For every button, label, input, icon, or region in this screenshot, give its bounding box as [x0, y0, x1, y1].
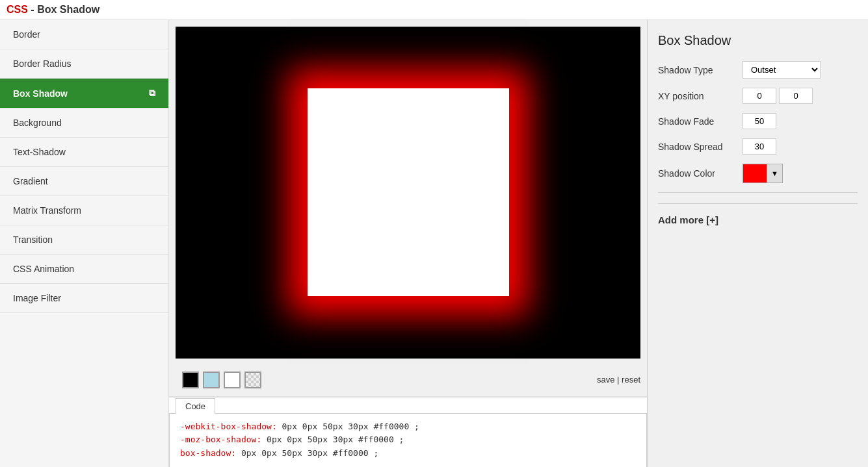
reset-link[interactable]: reset — [622, 375, 640, 385]
sidebar-item-label: Border — [13, 29, 40, 40]
xy-y-input[interactable] — [779, 88, 813, 104]
shadow-spread-control — [743, 138, 776, 155]
sidebar-item-matrix-transform[interactable]: Matrix Transform — [0, 196, 168, 225]
xy-position-row: XY position — [658, 88, 858, 104]
right-panel: Box Shadow Shadow Type Outset Inset XY p… — [647, 20, 868, 467]
code-val-1: 0px 0px 50px 30px #ff0000 ; — [282, 422, 419, 431]
code-line-2: -moz-box-shadow: 0px 0px 50px 30px #ff00… — [180, 433, 636, 447]
sidebar-item-border[interactable]: Border — [0, 20, 168, 49]
code-content: -webkit-box-shadow: 0px 0px 50px 30px #f… — [169, 413, 647, 467]
panel-divider — [658, 192, 858, 193]
code-line-3: box-shadow: 0px 0px 50px 30px #ff0000 ; — [180, 447, 636, 461]
toolbar-row: save | reset — [169, 365, 647, 396]
preview-container — [176, 27, 640, 359]
sidebar-item-box-shadow[interactable]: Box Shadow ⧉ — [0, 79, 168, 108]
main-layout: Border Border Radius Box Shadow ⧉ Backgr… — [0, 20, 868, 467]
code-tab-label[interactable]: Code — [169, 398, 647, 413]
shadow-spread-input[interactable] — [743, 138, 776, 155]
save-reset: save | reset — [597, 375, 640, 385]
save-link[interactable]: save — [597, 375, 614, 385]
bg-swatch-black[interactable] — [182, 372, 199, 388]
xy-x-input[interactable] — [743, 88, 776, 104]
shadow-type-label: Shadow Type — [658, 65, 743, 75]
sidebar-item-label: Background — [13, 118, 62, 128]
code-prop-2: -moz-box-shadow: — [180, 435, 261, 444]
xy-position-label: XY position — [658, 91, 743, 101]
code-tab: Code — [176, 398, 215, 414]
sidebar-item-label: Matrix Transform — [13, 205, 81, 216]
preview-box — [308, 88, 509, 296]
sidebar-item-label: Border Radius — [13, 58, 72, 69]
shadow-color-row: Shadow Color ▼ — [658, 164, 858, 183]
code-line-1: -webkit-box-shadow: 0px 0px 50px 30px #f… — [180, 420, 636, 434]
bg-selector — [176, 368, 268, 392]
header-css: CSS — [7, 4, 28, 15]
sidebar-item-gradient[interactable]: Gradient — [0, 167, 168, 196]
code-prop-3: box-shadow: — [180, 448, 236, 458]
shadow-fade-label: Shadow Fade — [658, 116, 743, 127]
bg-swatch-lightblue[interactable] — [203, 372, 220, 388]
sidebar-item-css-animation[interactable]: CSS Animation — [0, 255, 168, 284]
shadow-spread-label: Shadow Spread — [658, 142, 743, 152]
code-section: Code -webkit-box-shadow: 0px 0px 50px 30… — [169, 396, 647, 467]
shadow-fade-control — [743, 113, 776, 129]
sidebar-item-border-radius[interactable]: Border Radius — [0, 49, 168, 79]
shadow-color-label: Shadow Color — [658, 168, 743, 179]
sidebar: Border Border Radius Box Shadow ⧉ Backgr… — [0, 20, 169, 467]
copy-icon[interactable]: ⧉ — [149, 88, 155, 99]
right-panel-title: Box Shadow — [658, 33, 858, 48]
sidebar-item-label: Image Filter — [13, 293, 61, 303]
sidebar-item-label: Box Shadow — [13, 88, 68, 99]
sidebar-item-label: Transition — [13, 234, 53, 245]
xy-position-control — [743, 88, 813, 104]
bg-swatch-checker[interactable] — [244, 372, 261, 388]
sidebar-item-label: CSS Animation — [13, 264, 74, 274]
shadow-spread-row: Shadow Spread — [658, 138, 858, 155]
header-title: - Box Shadow — [28, 4, 99, 15]
add-more-button[interactable]: Add more [+] — [658, 203, 858, 225]
shadow-fade-input[interactable] — [743, 113, 776, 129]
shadow-type-row: Shadow Type Outset Inset — [658, 61, 858, 79]
shadow-type-select[interactable]: Outset Inset — [743, 61, 821, 79]
color-swatch-wrapper[interactable]: ▼ — [743, 164, 783, 183]
sidebar-item-transition[interactable]: Transition — [0, 225, 168, 255]
sidebar-item-label: Text-Shadow — [13, 147, 66, 157]
shadow-fade-row: Shadow Fade — [658, 113, 858, 129]
code-prop-1: -webkit-box-shadow: — [180, 422, 277, 431]
sidebar-item-image-filter[interactable]: Image Filter — [0, 284, 168, 313]
center-area: save | reset Code -webkit-box-shadow: 0p… — [169, 20, 647, 467]
page-header: CSS - Box Shadow — [0, 0, 868, 20]
color-swatch-red — [743, 164, 767, 183]
sidebar-item-text-shadow[interactable]: Text-Shadow — [0, 138, 168, 167]
bg-swatch-white[interactable] — [224, 372, 241, 388]
shadow-type-control: Outset Inset — [743, 61, 821, 79]
color-dropdown-button[interactable]: ▼ — [767, 164, 782, 183]
shadow-color-control: ▼ — [743, 164, 783, 183]
code-val-3: 0px 0px 50px 30px #ff0000 ; — [241, 448, 378, 458]
sidebar-item-label: Gradient — [13, 176, 48, 186]
sidebar-item-background[interactable]: Background — [0, 108, 168, 138]
code-val-2: 0px 0px 50px 30px #ff0000 ; — [267, 435, 404, 444]
